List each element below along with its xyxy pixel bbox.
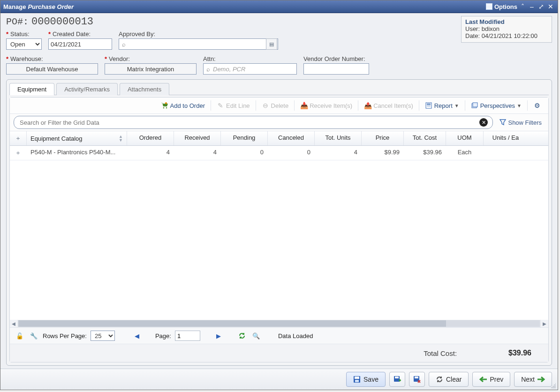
- svg-rect-5: [427, 106, 431, 106]
- prev-button[interactable]: Prev: [472, 372, 510, 387]
- expand-row-button[interactable]: ＋: [10, 146, 27, 160]
- svg-point-1: [166, 107, 167, 109]
- receive-items-button: 📥 Receive Item(s): [296, 100, 356, 111]
- vendor-order-input[interactable]: [303, 63, 369, 75]
- col-received[interactable]: Received: [174, 131, 221, 145]
- total-cost-value: $39.96: [508, 349, 531, 357]
- show-filters-label: Show Filters: [508, 119, 542, 126]
- created-date-input[interactable]: [48, 38, 112, 50]
- col-pending[interactable]: Pending: [221, 131, 268, 145]
- clear-button[interactable]: Clear: [429, 372, 469, 387]
- grid-search-text[interactable]: [19, 119, 479, 127]
- warehouse-input[interactable]: [6, 63, 98, 75]
- pencil-icon: ✎: [217, 102, 224, 109]
- approved-by-input[interactable]: ⌕ ▤: [119, 38, 278, 50]
- prev-label: Prev: [490, 376, 503, 383]
- rows-per-page-label: Rows Per Page:: [43, 332, 87, 339]
- close-button[interactable]: ✕: [546, 2, 555, 11]
- approved-by-picker-button[interactable]: ▤: [266, 38, 277, 50]
- rows-per-page-select[interactable]: 25: [91, 331, 115, 341]
- resize-grip[interactable]: [550, 382, 557, 389]
- cell-received: 4: [174, 146, 221, 160]
- maximize-button[interactable]: ⤢: [537, 2, 545, 11]
- save-new-button[interactable]: [389, 372, 405, 387]
- save-label: Save: [363, 376, 378, 383]
- col-ordered[interactable]: Ordered: [127, 131, 174, 145]
- page-input[interactable]: [175, 331, 200, 341]
- scroll-right-button[interactable]: ►: [541, 320, 548, 327]
- title-po: Purchase Order: [28, 3, 74, 10]
- next-page-button[interactable]: ▶: [213, 331, 224, 341]
- perspectives-label: Perspectives: [480, 102, 515, 109]
- col-uom[interactable]: UOM: [446, 131, 484, 145]
- report-label: Report: [434, 102, 453, 109]
- col-tot-units[interactable]: Tot. Units: [315, 131, 362, 145]
- prev-page-button[interactable]: ◀: [132, 331, 142, 341]
- cell-tot-units: 4: [315, 146, 362, 160]
- svg-rect-4: [427, 105, 431, 106]
- add-to-order-button[interactable]: Add to Order: [157, 100, 209, 111]
- svg-rect-12: [395, 377, 399, 378]
- col-tot-cost[interactable]: Tot. Cost: [404, 131, 446, 145]
- next-button[interactable]: Next: [514, 372, 552, 387]
- title-manage: Manage: [3, 3, 26, 10]
- cancel-label: Cancel Item(s): [373, 102, 413, 109]
- footer-bar: Save Clear Prev Next: [0, 369, 558, 390]
- status-select[interactable]: Open: [6, 38, 42, 50]
- add-to-order-label: Add to Order: [170, 102, 205, 109]
- scroll-thumb[interactable]: [18, 320, 446, 327]
- refresh-icon: [436, 376, 443, 383]
- wrench-icon[interactable]: 🔧: [29, 331, 39, 341]
- collapse-button[interactable]: ˄: [518, 2, 527, 11]
- report-button[interactable]: Report ▼: [421, 100, 463, 111]
- status-label: Status:: [6, 30, 42, 38]
- col-price[interactable]: Price: [362, 131, 404, 145]
- col-canceled[interactable]: Canceled: [268, 131, 315, 145]
- page-label: Page:: [155, 332, 171, 339]
- options-label: Options: [494, 3, 517, 10]
- approved-by-text[interactable]: [129, 41, 265, 48]
- svg-rect-7: [473, 103, 477, 107]
- perspectives-button[interactable]: Perspectives ▼: [467, 100, 525, 111]
- save-button[interactable]: Save: [346, 372, 386, 387]
- table-row[interactable]: ＋ P540-M - Plantronics P540-M... 4 4 0 0…: [10, 146, 548, 160]
- horizontal-scrollbar[interactable]: ◄ ►: [10, 320, 548, 327]
- tab-activity-remarks[interactable]: Activity/Remarks: [56, 83, 118, 95]
- minimize-button[interactable]: –: [528, 2, 536, 11]
- layers-icon: [471, 102, 478, 109]
- attn-input[interactable]: ⌕: [203, 63, 297, 75]
- chevron-down-icon: ▼: [517, 103, 522, 108]
- svg-rect-3: [427, 104, 431, 105]
- options-button[interactable]: Options: [486, 3, 517, 10]
- next-label: Next: [521, 376, 535, 383]
- tab-attachments[interactable]: Attachments: [120, 83, 169, 95]
- zoom-button[interactable]: 🔍: [251, 331, 261, 341]
- save-delete-button[interactable]: [409, 372, 425, 387]
- chevron-down-icon: ▼: [454, 103, 459, 108]
- refresh-button[interactable]: [237, 331, 247, 341]
- scroll-left-button[interactable]: ◄: [10, 320, 17, 327]
- po-number-value: 0000000013: [31, 16, 93, 28]
- cart-plus-icon: [161, 102, 168, 109]
- total-cost-label: Total Cost:: [424, 349, 457, 357]
- settings-gear-button[interactable]: ⚙: [530, 100, 545, 111]
- receive-label: Receive Item(s): [310, 102, 352, 109]
- save-new-icon: [394, 376, 401, 383]
- show-filters-button[interactable]: Show Filters: [497, 118, 545, 128]
- funnel-icon: [499, 119, 506, 126]
- attn-text[interactable]: [213, 66, 296, 73]
- expand-all-header[interactable]: ＋: [10, 131, 27, 145]
- sort-icon: ▲▼: [119, 135, 123, 142]
- col-equipment-catalog[interactable]: Equipment Catalog ▲▼: [27, 131, 127, 145]
- cell-ordered: 4: [127, 146, 174, 160]
- svg-rect-14: [415, 377, 418, 378]
- po-number-label: PO#:: [6, 16, 29, 27]
- col-units-ea[interactable]: Units / Ea: [484, 131, 528, 145]
- lock-icon[interactable]: 🔓: [15, 331, 25, 341]
- last-modified-box: Last Modified User: bdixon Date: 04/21/2…: [461, 16, 552, 43]
- clear-search-button[interactable]: ✕: [479, 118, 488, 127]
- tab-equipment[interactable]: Equipment: [9, 83, 54, 95]
- grid-search-input[interactable]: ✕: [14, 116, 493, 129]
- clear-label: Clear: [446, 376, 462, 383]
- vendor-input[interactable]: [105, 63, 197, 75]
